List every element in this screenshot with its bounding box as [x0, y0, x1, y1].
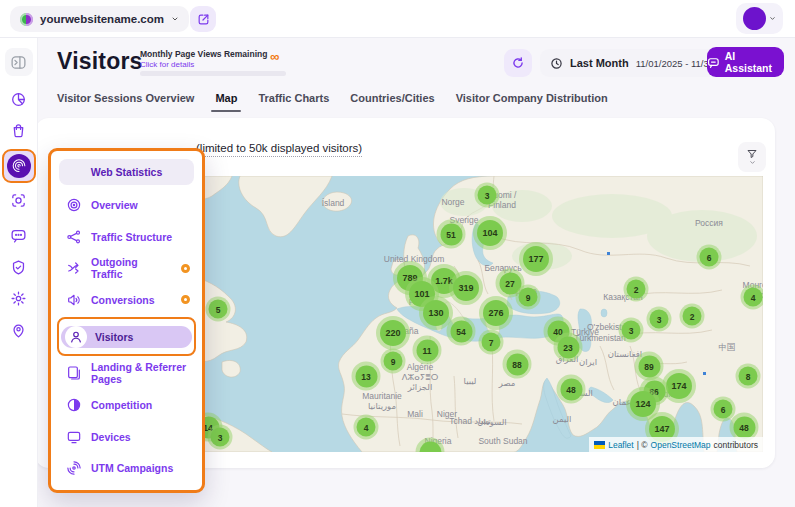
sidebar-shop-bag-icon[interactable] — [5, 116, 33, 144]
refresh-icon — [511, 56, 525, 70]
menu-item-label: Competition — [91, 399, 152, 411]
menu-item-outgoing-traffic[interactable]: Outgoing Traffic — [57, 252, 196, 284]
top-bar: yourwebsitename.com — [0, 0, 795, 38]
menu-item-utm-campaigns[interactable]: UTM Campaigns — [57, 452, 196, 484]
menu-item-competition[interactable]: Competition — [57, 389, 196, 421]
cluster-marker[interactable]: 319 — [449, 271, 483, 305]
sidebar-collapse-panel-icon[interactable] — [5, 48, 33, 76]
menu-item-traffic-structure[interactable]: Traffic Structure — [57, 221, 196, 253]
cluster-marker[interactable]: 3 — [475, 183, 500, 208]
cluster-count: 13 — [355, 365, 377, 387]
cluster-marker[interactable]: 3 — [619, 318, 644, 343]
menu-item-visitors[interactable]: Visitors — [57, 317, 196, 357]
map-filter-button[interactable] — [738, 142, 766, 172]
menu-item-label: Overview — [91, 199, 138, 211]
quota-details-link[interactable]: Click for details — [140, 60, 194, 69]
menu-item-label: Conversions — [91, 294, 155, 306]
infinity-icon: ∞ — [270, 49, 279, 64]
attribution-separator: | © — [637, 440, 648, 450]
sidebar-web-statistics-icon[interactable] — [2, 149, 36, 183]
cluster-marker[interactable]: 13 — [352, 362, 381, 391]
cluster-count: 174 — [666, 373, 692, 399]
cluster-marker[interactable]: 276 — [479, 296, 513, 330]
cluster-marker[interactable]: 2 — [624, 277, 649, 302]
cluster-marker[interactable]: 9 — [381, 349, 406, 374]
cluster-marker[interactable]: 88 — [503, 350, 532, 379]
chevron-down-icon — [749, 159, 756, 166]
cluster-marker[interactable]: 23 — [554, 333, 583, 362]
location-person-icon — [10, 322, 27, 339]
outgoing-traffic-icon — [66, 260, 82, 276]
menu-item-devices[interactable]: Devices — [57, 421, 196, 453]
cluster-count: 8 — [739, 367, 758, 386]
cluster-marker[interactable]: 6 — [697, 245, 722, 270]
cluster-marker[interactable]: 11 — [413, 336, 442, 365]
refresh-button[interactable] — [504, 49, 532, 77]
sidebar-analytics-pie-icon[interactable] — [5, 85, 33, 113]
site-selector[interactable]: yourwebsitename.com — [10, 6, 189, 32]
site-name: yourwebsitename.com — [40, 13, 164, 25]
cluster-marker[interactable]: 2 — [680, 304, 705, 329]
osm-link[interactable]: OpenStreetMap — [651, 440, 711, 450]
cluster-marker[interactable]: 7 — [479, 330, 504, 355]
sidebar-shield-check-icon[interactable] — [5, 253, 33, 281]
menu-item-landing-referrer-pages[interactable]: Landing & Referrer Pages — [57, 357, 196, 389]
visitors-map[interactable]: Leaflet | © OpenStreetMap contributors 3… — [192, 176, 763, 452]
cluster-count: 9 — [384, 352, 403, 371]
clock-icon — [550, 57, 563, 70]
sidebar-location-person-icon[interactable] — [5, 316, 33, 344]
cluster-count: 104 — [477, 220, 503, 246]
cluster-count: 3 — [478, 186, 497, 205]
attribution-suffix: contributors — [714, 440, 758, 450]
tab-visitor-company-distribution[interactable]: Visitor Company Distribution — [456, 92, 608, 112]
cluster-marker[interactable]: 3 — [647, 307, 672, 332]
sidebar-target-scan-icon[interactable] — [5, 186, 33, 214]
web-statistics-icon — [7, 154, 31, 178]
sidebar-settings-gear-icon[interactable] — [5, 284, 33, 312]
settings-badge-icon[interactable] — [181, 264, 190, 273]
world-map-tiles — [192, 176, 763, 452]
overview-icon — [66, 197, 82, 213]
map-attribution: Leaflet | © OpenStreetMap contributors — [589, 437, 763, 452]
cluster-count: 89 — [638, 355, 660, 377]
cluster-count: 4 — [357, 418, 376, 437]
competition-icon — [66, 397, 82, 413]
user-menu[interactable] — [736, 3, 783, 34]
cluster-marker[interactable]: 9 — [516, 285, 541, 310]
menu-item-label: Traffic Structure — [91, 231, 172, 243]
cluster-marker[interactable]: 54 — [447, 317, 476, 346]
cluster-marker[interactable]: 51 — [437, 220, 466, 249]
ai-assistant-button[interactable]: AI Assistant — [707, 47, 784, 77]
chat-feedback-icon — [10, 227, 27, 244]
sidebar-chat-feedback-icon[interactable] — [5, 221, 33, 249]
menu-item-overview[interactable]: Overview — [57, 189, 196, 221]
cluster-marker[interactable]: 8 — [736, 364, 761, 389]
cluster-marker[interactable]: 104 — [473, 216, 507, 250]
map-poi-dot — [607, 252, 610, 255]
cluster-marker[interactable]: 4 — [354, 415, 379, 440]
menu-item-label: Outgoing Traffic — [91, 256, 163, 280]
cluster-marker[interactable]: 5 — [206, 297, 231, 322]
cluster-marker[interactable]: 3 — [208, 425, 233, 450]
date-preset-label: Last Month — [570, 57, 629, 69]
tab-traffic-charts[interactable]: Traffic Charts — [258, 92, 329, 112]
menu-item-conversions[interactable]: Conversions — [57, 284, 196, 316]
map-panel-title: (limited to 50k displayed visitors) — [196, 142, 362, 157]
conversions-icon — [66, 292, 82, 308]
avatar — [743, 7, 766, 30]
tab-countries-cities[interactable]: Countries/Cities — [350, 92, 434, 112]
target-scan-icon — [10, 192, 27, 209]
ai-assistant-label: AI Assistant — [725, 50, 784, 74]
landing-pages-icon — [66, 365, 82, 381]
tab-map[interactable]: Map — [215, 92, 237, 112]
cluster-marker[interactable]: 220 — [376, 316, 410, 350]
cluster-count: 7 — [482, 333, 501, 352]
leaflet-link[interactable]: Leaflet — [608, 440, 634, 450]
cluster-marker[interactable]: 4 — [741, 285, 764, 310]
cluster-marker[interactable]: 48 — [557, 375, 586, 404]
tab-visitor-sessions-overview[interactable]: Visitor Sessions Overview — [57, 92, 194, 112]
cluster-marker[interactable]: 177 — [519, 242, 553, 276]
open-external-button[interactable] — [190, 6, 216, 32]
settings-badge-icon[interactable] — [181, 295, 190, 304]
cluster-count: 23 — [557, 336, 579, 358]
